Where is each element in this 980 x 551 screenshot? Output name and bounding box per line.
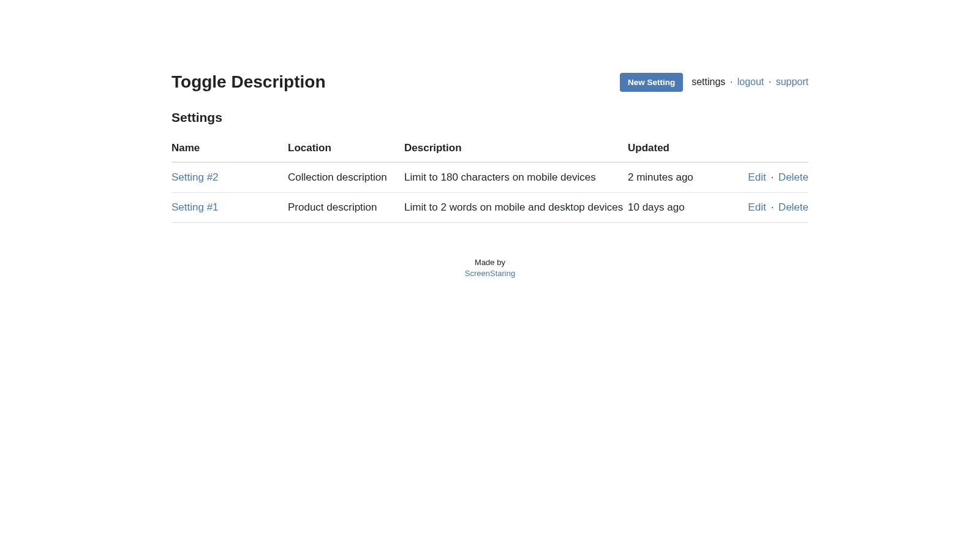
action-separator: · xyxy=(771,201,774,213)
setting-location: Product description xyxy=(288,193,404,223)
settings-table: Name Location Description Updated Settin… xyxy=(172,142,809,223)
col-header-actions xyxy=(744,142,809,162)
col-header-updated: Updated xyxy=(628,142,744,162)
nav-settings[interactable]: settings xyxy=(692,77,725,87)
nav-logout[interactable]: logout xyxy=(737,77,764,87)
action-separator: · xyxy=(771,171,774,183)
header-nav: settings · logout · support xyxy=(692,77,809,88)
setting-location: Collection description xyxy=(288,162,404,193)
delete-link[interactable]: Delete xyxy=(778,171,809,183)
table-row: Setting #2 Collection description Limit … xyxy=(172,162,809,193)
edit-link[interactable]: Edit xyxy=(748,171,766,183)
col-header-location: Location xyxy=(288,142,404,162)
delete-link[interactable]: Delete xyxy=(778,201,809,213)
nav-separator: · xyxy=(769,77,771,87)
col-header-name: Name xyxy=(172,142,288,162)
nav-separator: · xyxy=(730,77,733,87)
footer: Made by ScreenStaring xyxy=(172,257,809,279)
col-header-description: Description xyxy=(404,142,628,162)
table-row: Setting #1 Product description Limit to … xyxy=(172,193,809,223)
setting-description: Limit to 180 characters on mobile device… xyxy=(404,162,628,193)
setting-description: Limit to 2 words on mobile and desktop d… xyxy=(404,193,628,223)
nav-support[interactable]: support xyxy=(776,77,809,87)
setting-updated: 2 minutes ago xyxy=(628,162,744,193)
footer-brand-link[interactable]: ScreenStaring xyxy=(465,269,515,278)
new-setting-button[interactable]: New Setting xyxy=(620,73,683,92)
setting-updated: 10 days ago xyxy=(628,193,744,223)
page-title: Toggle Description xyxy=(172,72,326,92)
section-heading: Settings xyxy=(172,110,809,125)
edit-link[interactable]: Edit xyxy=(748,201,766,213)
setting-name-link[interactable]: Setting #2 xyxy=(172,171,219,183)
setting-name-link[interactable]: Setting #1 xyxy=(172,201,219,213)
footer-made-by: Made by xyxy=(475,258,505,267)
